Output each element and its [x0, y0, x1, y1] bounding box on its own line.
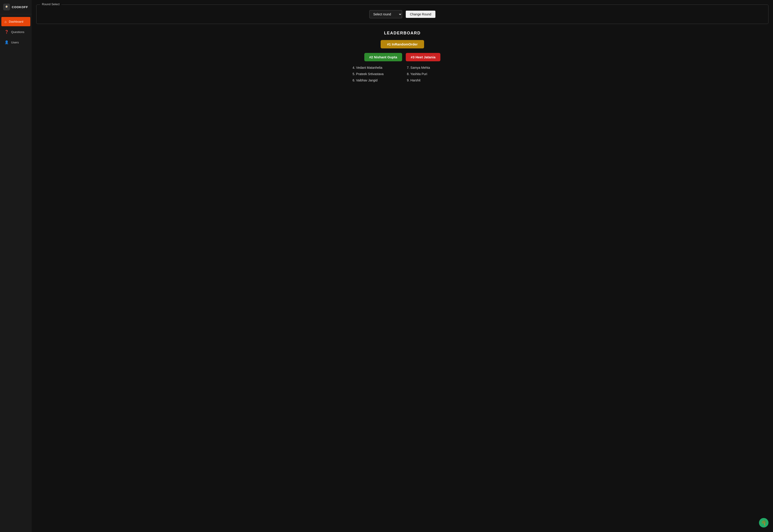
logo-text: COOKOFF: [12, 5, 28, 9]
sidebar-item-label-questions: Questions: [11, 30, 24, 34]
sidebar-item-questions[interactable]: ❓ Questions: [1, 27, 30, 37]
list-item: 4. Vedant Matanhelia: [353, 66, 398, 69]
sidebar-item-users[interactable]: 👤 Users: [1, 38, 30, 47]
select-round-dropdown[interactable]: Select round Round 1 Round 2 Round 3: [369, 10, 402, 18]
leaderboard-section: LEADERBOARD #1 InRandomOrder #2 Nishant …: [36, 31, 768, 82]
sidebar-nav: ⌂ Dashboard ❓ Questions 👤 Users: [0, 14, 32, 50]
avatar-emoji: 🌴: [761, 520, 767, 526]
leaderboard-title: LEADERBOARD: [384, 31, 421, 36]
list-item: 9. Harshit: [407, 78, 452, 82]
list-item: 8. Yashita Puri: [407, 72, 452, 76]
third-place-badge: #3 Heet Jatania: [406, 53, 440, 61]
sidebar: 🍳 COOKOFF ⌂ Dashboard ❓ Questions 👤 User…: [0, 0, 32, 532]
logo-area: 🍳 COOKOFF: [0, 0, 32, 14]
remaining-grid: 4. Vedant Matanhelia 7. Samya Mehta 5. P…: [353, 66, 452, 82]
second-third-row: #2 Nishant Gupta #3 Heet Jatania: [364, 53, 441, 61]
second-place-badge: #2 Nishant Gupta: [364, 53, 402, 61]
round-select-legend: Round Select: [40, 2, 61, 6]
main-content: Round Select Select round Round 1 Round …: [32, 0, 773, 532]
users-icon: 👤: [5, 40, 9, 44]
list-item: 5. Prateek Srtivastava: [353, 72, 398, 76]
logo-icon: 🍳: [3, 4, 10, 10]
round-select-box: Round Select Select round Round 1 Round …: [36, 5, 768, 24]
round-controls: Select round Round 1 Round 2 Round 3 Cha…: [41, 10, 764, 18]
sidebar-item-dashboard[interactable]: ⌂ Dashboard: [1, 17, 30, 26]
sidebar-item-label-dashboard: Dashboard: [9, 20, 23, 23]
sidebar-item-label-users: Users: [11, 41, 19, 44]
list-item: 6. Vaibhav Jangid: [353, 78, 398, 82]
list-item: 7. Samya Mehta: [407, 66, 452, 69]
questions-icon: ❓: [5, 30, 9, 34]
first-place-badge: #1 InRandomOrder: [381, 40, 424, 48]
change-round-button[interactable]: Change Round: [406, 11, 435, 18]
avatar[interactable]: 🌴: [759, 518, 768, 527]
dashboard-icon: ⌂: [5, 20, 7, 24]
